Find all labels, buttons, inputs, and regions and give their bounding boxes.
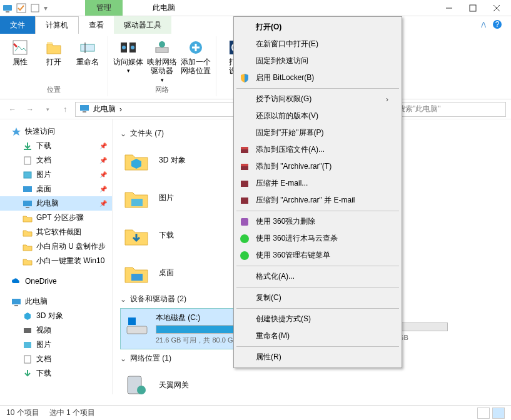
menu-pin-start[interactable]: 固定到"开始"屏幕(P)	[236, 124, 400, 141]
group-network-label: 网络	[155, 85, 169, 96]
tab-drive-tools[interactable]: 驱动器工具	[114, 16, 171, 34]
nav-back-button[interactable]: ←	[5, 102, 20, 117]
tree-this-pc-pinned[interactable]: 此电脑📌	[0, 196, 112, 211]
menu-pin-quick-access[interactable]: 固定到快速访问	[236, 52, 400, 69]
360-icon	[240, 234, 250, 244]
tree-other-folder[interactable]: 其它软件截图	[0, 225, 112, 239]
svg-rect-30	[14, 305, 18, 306]
view-large-button[interactable]	[492, 408, 505, 419]
tree-pictures[interactable]: 图片📌	[0, 168, 112, 182]
access-media-button[interactable]: 访问媒体▾	[113, 39, 143, 74]
chevron-right-icon: ›	[386, 95, 388, 104]
help-icon[interactable]: ?	[492, 19, 502, 31]
qat-dropdown-icon[interactable]: ▾	[44, 4, 48, 12]
svg-rect-28	[26, 207, 29, 208]
status-count: 10 个项目	[6, 408, 39, 418]
tab-view[interactable]: 查看	[79, 16, 114, 34]
menu-360-context[interactable]: 使用 360管理右键菜单	[236, 247, 400, 264]
tree-downloads[interactable]: 下载📌	[0, 139, 112, 153]
svg-rect-0	[3, 5, 12, 11]
chevron-down-icon: ⌄	[120, 295, 126, 304]
menu-zip-rar-email[interactable]: 压缩到 "Archive.rar" 并 E-mail	[236, 192, 400, 209]
open-button[interactable]: 打开	[39, 39, 69, 66]
menu-restore-versions[interactable]: 还原以前的版本(V)	[236, 108, 400, 124]
breadcrumb-sep[interactable]: ›	[119, 105, 122, 114]
archive-icon	[240, 162, 250, 172]
svg-point-14	[131, 46, 134, 49]
tree-onedrive[interactable]: OneDrive	[0, 274, 112, 288]
view-details-button[interactable]	[477, 408, 490, 419]
menu-copy[interactable]: 复制(C)	[236, 289, 400, 306]
menu-360-delete[interactable]: 使用 360强力删除	[236, 213, 400, 230]
menu-add-archive[interactable]: 添加到压缩文件(A)...	[236, 141, 400, 158]
svg-rect-3	[31, 4, 39, 12]
menu-add-rar[interactable]: 添加到 "Archive.rar"(T)	[236, 158, 400, 175]
nav-up-button[interactable]: ↑	[58, 102, 73, 117]
tree-xiaobai1[interactable]: 小白启动 U 盘制作步	[0, 239, 112, 254]
menu-format[interactable]: 格式化(A)...	[236, 268, 400, 285]
pin-icon: 📌	[99, 157, 107, 164]
tree-pictures2[interactable]: 图片	[0, 338, 112, 352]
archive-icon	[240, 145, 250, 155]
menu-360-scan[interactable]: 使用 360进行木马云查杀	[236, 230, 400, 247]
menu-grant-access[interactable]: 授予访问权限(G)›	[236, 91, 400, 108]
tree-desktop[interactable]: 桌面📌	[0, 182, 112, 196]
tree-documents[interactable]: 文档📌	[0, 153, 112, 168]
menu-properties[interactable]: 属性(R)	[236, 349, 400, 366]
search-input[interactable]: 搜索"此电脑"	[393, 102, 506, 117]
svg-rect-25	[24, 172, 31, 178]
tree-this-pc[interactable]: 此电脑	[0, 294, 112, 309]
svg-rect-24	[24, 157, 31, 164]
drive-icon	[124, 312, 149, 338]
menu-create-shortcut[interactable]: 创建快捷方式(S)	[236, 311, 400, 328]
svg-rect-37	[128, 318, 136, 325]
network-location[interactable]: 天翼网关	[120, 368, 503, 394]
svg-rect-47	[241, 218, 248, 226]
svg-rect-34	[131, 199, 143, 206]
properties-icon[interactable]	[30, 3, 40, 13]
menu-rename[interactable]: 重命名(M)	[236, 328, 400, 344]
minimize-button[interactable]	[445, 4, 453, 12]
tree-xiaobai2[interactable]: 小白一键重装 Win10	[0, 254, 112, 268]
svg-point-13	[122, 46, 126, 49]
maximize-button[interactable]	[468, 4, 477, 12]
menu-bitlocker[interactable]: 启用 BitLocker(B)	[236, 69, 400, 86]
context-menu: 打开(O) 在新窗口中打开(E) 固定到快速访问 启用 BitLocker(B)…	[233, 16, 402, 368]
ribbon-collapse-icon[interactable]: ᐱ	[481, 21, 486, 29]
menu-zip-email[interactable]: 压缩并 E-mail...	[236, 175, 400, 192]
svg-rect-21	[80, 105, 89, 111]
svg-rect-32	[24, 342, 31, 348]
pin-icon: 📌	[99, 186, 107, 192]
svg-rect-29	[12, 299, 21, 304]
menu-open[interactable]: 打开(O)	[236, 19, 400, 36]
tab-file[interactable]: 文件	[0, 16, 35, 34]
breadcrumb-root[interactable]: 此电脑	[93, 104, 116, 114]
pin-icon: 📌	[99, 142, 107, 149]
status-bar: 10 个项目 选中 1 个项目	[0, 405, 511, 420]
tree-video[interactable]: 视频	[0, 323, 112, 338]
svg-rect-46	[241, 198, 248, 204]
nav-history-dropdown[interactable]: ▾	[40, 102, 55, 117]
tab-computer[interactable]: 计算机	[35, 16, 79, 34]
rename-button[interactable]: 重命名	[73, 39, 103, 66]
svg-rect-26	[23, 186, 32, 192]
svg-rect-9	[81, 44, 94, 51]
svg-rect-45	[241, 181, 248, 187]
tree-quick-access[interactable]: 快速访问	[0, 124, 112, 139]
close-button[interactable]	[492, 4, 501, 12]
svg-text:?: ?	[495, 20, 500, 29]
properties-button[interactable]: 属性	[5, 39, 35, 66]
tree-3d[interactable]: 3D 对象	[0, 309, 112, 323]
menu-open-new-window[interactable]: 在新窗口中打开(E)	[236, 36, 400, 52]
svg-rect-5	[470, 5, 476, 11]
add-network-location-button[interactable]: 添加一个 网络位置	[181, 39, 211, 76]
svg-rect-15	[156, 48, 168, 52]
tree-gpt-folder[interactable]: GPT 分区步骤	[0, 211, 112, 225]
360-icon	[240, 251, 250, 261]
tree-documents2[interactable]: 文档	[0, 352, 112, 366]
check-icon[interactable]	[16, 3, 26, 13]
tree-downloads2[interactable]: 下载	[0, 366, 112, 381]
context-tab-manage[interactable]: 管理	[85, 0, 123, 16]
map-network-drive-button[interactable]: 映射网络 驱动器▾	[147, 39, 177, 84]
nav-forward-button[interactable]: →	[23, 102, 38, 117]
